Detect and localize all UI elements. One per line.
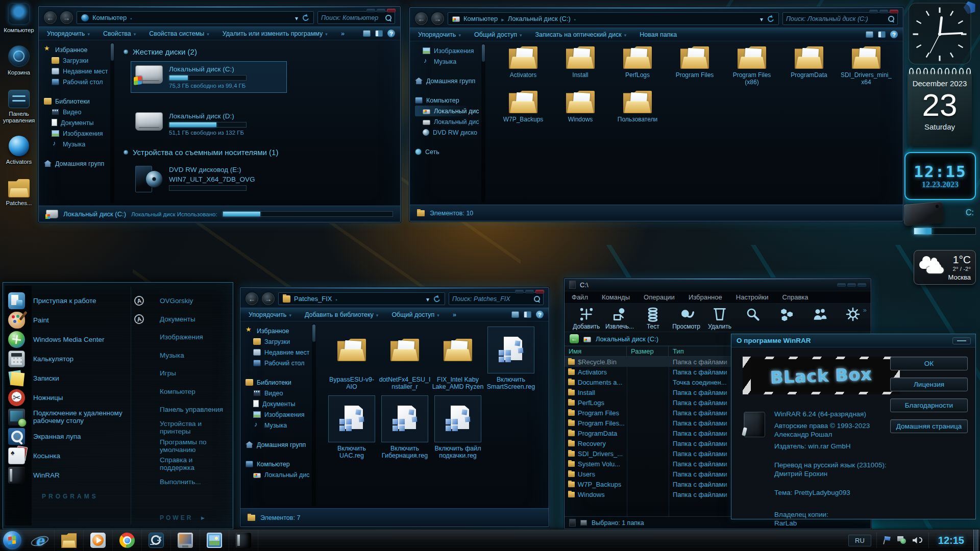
address-dropdown-icon[interactable] <box>295 13 298 22</box>
show-desktop-button[interactable] <box>973 530 978 551</box>
forward-button[interactable] <box>431 12 444 25</box>
group-expand-icon[interactable] <box>124 49 128 54</box>
sidebar-item[interactable]: Компьютер <box>415 95 481 106</box>
menu-item[interactable]: Команды <box>602 293 630 301</box>
sidebar-item[interactable]: Локальный дис <box>246 469 312 480</box>
start-menu-item[interactable]: Экранная лупа <box>8 427 129 446</box>
toolbar-button[interactable]: Записать на оптический диск <box>535 31 626 38</box>
sidebar-item[interactable]: Компьютер <box>246 459 312 469</box>
sidebar-item[interactable]: Библиотеки <box>246 377 312 388</box>
weather-gadget[interactable]: 1°C 2° / -2° Москва <box>914 250 976 285</box>
search-icon[interactable] <box>385 14 391 21</box>
start-menu-link[interactable]: A Компьютер <box>131 383 229 401</box>
sidebar-item[interactable]: DVD RW диско <box>415 127 481 138</box>
close-button[interactable] <box>535 290 544 293</box>
column-header[interactable]: Размер <box>627 346 669 356</box>
sidebar-item[interactable]: Изображения <box>44 128 110 139</box>
refresh-icon[interactable] <box>433 295 440 303</box>
address-bar[interactable]: Patches_FIX <box>278 292 445 305</box>
scrollbar-thumb[interactable] <box>482 44 485 62</box>
toolbar-button[interactable]: Свойства <box>103 30 136 37</box>
wizard-button[interactable] <box>771 306 802 330</box>
sidebar-item[interactable]: Домашняя групп <box>415 76 481 86</box>
sidebar-item[interactable]: Локальный дис <box>415 106 481 116</box>
toolbar-button[interactable]: Упорядочить <box>249 311 291 318</box>
back-button[interactable] <box>246 292 258 305</box>
address-dropdown-icon[interactable] <box>426 294 429 304</box>
close-button[interactable] <box>857 283 866 287</box>
preview-pane-icon[interactable] <box>524 311 531 318</box>
taskbar-icon[interactable] <box>55 530 84 551</box>
sidebar-item[interactable]: Документы <box>44 117 110 128</box>
file-item[interactable]: BypassESU-v9-AIO <box>325 327 378 390</box>
help-icon[interactable] <box>387 30 395 37</box>
sidebar-item[interactable]: Видео <box>246 388 312 398</box>
taskbar-icon[interactable] <box>142 530 171 551</box>
scrollbar-thumb[interactable] <box>111 43 114 61</box>
toolbar-button[interactable]: » <box>341 30 347 37</box>
search-icon[interactable] <box>888 15 894 22</box>
drive-c-item[interactable]: Локальный диск (C:) 75,3 ГБ свободно из … <box>131 61 287 93</box>
sidebar-scrollbar[interactable] <box>481 43 485 203</box>
toolbar-button[interactable]: Добавить в библиотеку <box>305 311 378 318</box>
winrar-current-path[interactable]: Локальный диск (C:) <box>596 335 658 343</box>
file-item[interactable]: Включить UAC.reg <box>325 395 378 459</box>
power-button[interactable]: POWER <box>131 514 229 521</box>
back-button[interactable] <box>44 11 57 24</box>
column-header[interactable]: Имя <box>565 346 627 356</box>
start-menu-link[interactable]: A OVGorskiy <box>131 292 229 310</box>
toolbar-button[interactable]: Общий доступ <box>391 311 439 318</box>
sidebar-item[interactable]: Сеть <box>415 146 481 157</box>
forward-button[interactable] <box>262 292 275 305</box>
sidebar-item[interactable]: Избранное <box>44 44 110 55</box>
minimize-button[interactable] <box>515 290 524 293</box>
start-menu-item[interactable]: Paint <box>8 310 129 330</box>
start-menu-link[interactable]: A Документы <box>131 310 229 329</box>
sidebar-item[interactable]: Документы <box>246 398 312 409</box>
sidebar-scrollbar[interactable] <box>110 42 114 204</box>
delete-button[interactable]: Удалить <box>704 306 735 330</box>
folder-item[interactable]: SDI_Drivers_mini_x64 <box>838 46 895 86</box>
maximize-button[interactable] <box>847 283 856 287</box>
action-center-flag-icon[interactable] <box>883 536 891 544</box>
breadcrumb[interactable]: Компьютер <box>92 14 127 21</box>
folder-item[interactable]: Пользователи <box>609 91 666 123</box>
sidebar-item[interactable]: Рабочий стол <box>44 77 110 87</box>
folder-item[interactable]: Program Files (x86) <box>723 46 780 86</box>
help-icon[interactable] <box>536 311 544 318</box>
dialog-button[interactable]: Лицензия <box>890 378 968 391</box>
group-expand-icon[interactable] <box>124 150 128 155</box>
start-menu-item[interactable]: Записки <box>8 368 129 388</box>
start-menu-item[interactable]: WinRAR <box>8 465 129 485</box>
digital-clock-gadget[interactable]: 12:15 12.23.2023 <box>904 152 976 200</box>
sidebar-item[interactable]: Библиотеки <box>44 96 110 107</box>
close-button[interactable] <box>890 10 898 13</box>
all-programs-label[interactable]: PROGRAMS <box>8 493 129 500</box>
toolbar-button[interactable]: » <box>453 311 459 318</box>
views-icon[interactable] <box>363 30 371 37</box>
toolbar-button[interactable]: Новая папка <box>640 31 679 38</box>
refresh-icon[interactable] <box>767 15 774 22</box>
menu-item[interactable]: Настройки <box>736 293 769 301</box>
taskbar-icon[interactable] <box>229 530 258 551</box>
file-item[interactable]: dotNetFx4_ESU_Installer_r <box>378 327 431 390</box>
taskbar-icon[interactable] <box>200 530 229 551</box>
start-menu-item[interactable]: Подключение к удаленному рабочему столу <box>8 407 129 427</box>
status-drive-icon[interactable] <box>569 519 576 527</box>
sidebar-item[interactable]: Изображения <box>246 409 312 420</box>
dialog-close-button[interactable] <box>952 337 971 344</box>
menu-item[interactable]: Файл <box>572 293 588 301</box>
folder-item[interactable]: Windows <box>552 91 609 123</box>
sidebar-item[interactable]: Домашняя групп <box>246 439 312 450</box>
file-item[interactable]: Включить файл подкачки.reg <box>431 395 484 459</box>
dvd-drive-item[interactable]: DVD RW дисковод (E:) WIN7_ULT_X64_7DB_OV… <box>131 162 287 196</box>
views-icon[interactable] <box>511 311 519 318</box>
up-one-level-button[interactable] <box>570 334 579 343</box>
toolbar-button[interactable]: Удалить или изменить программу <box>223 30 328 37</box>
view-button[interactable]: Просмотр <box>671 306 702 330</box>
taskbar-icon[interactable] <box>171 530 200 551</box>
minimize-button[interactable] <box>366 9 375 12</box>
sidebar-item[interactable]: Загрузки <box>246 336 312 347</box>
analog-clock-gadget[interactable] <box>906 2 973 66</box>
network-icon[interactable] <box>897 536 906 544</box>
